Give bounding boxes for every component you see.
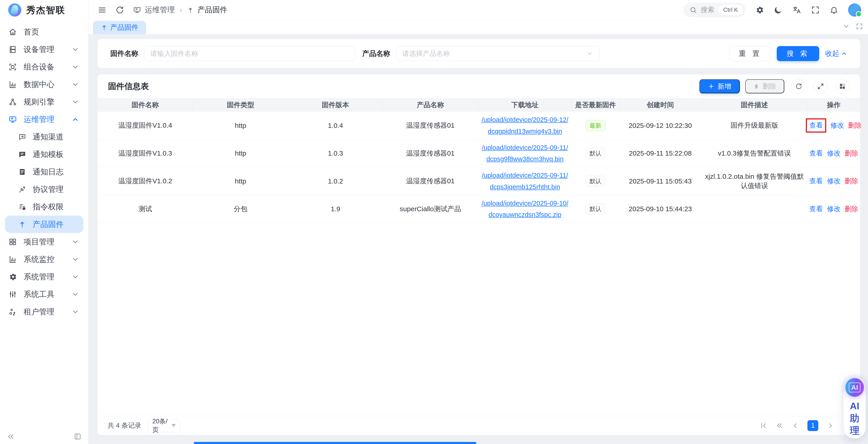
chevron-down-icon [71,81,79,88]
column-settings-button[interactable] [835,79,849,94]
view-link[interactable]: 查看 [809,204,823,214]
delete-button[interactable]: 删除 [745,79,784,93]
column-header: 固件版本 [288,98,383,112]
app-name: 秀杰智联 [26,4,65,17]
delete-link[interactable]: 删除 [845,149,858,158]
download-link[interactable]: /upload/iotdevice/2025-09-11/dcps3jqemb1… [481,170,569,193]
edit-link[interactable]: 修改 [827,149,841,158]
sidebar-item-ops-management[interactable]: 运维管理 [0,111,88,128]
edit-link[interactable]: 修改 [830,121,844,130]
tenant-nodes-icon [8,307,18,317]
upload-icon [18,220,27,229]
sidebar-item-project-management[interactable]: 项目管理 [0,233,88,250]
refresh-icon [795,83,802,90]
view-link[interactable]: 查看 [809,176,823,186]
sidebar-item-system-tools[interactable]: 系统工具 [0,286,88,303]
edit-link[interactable]: 修改 [827,204,841,214]
expand-table-button[interactable] [813,79,828,94]
refresh-table-button[interactable] [792,79,806,94]
row-actions: 查看 修改 删除 [809,204,858,214]
notifications-bell-icon[interactable] [830,5,838,14]
tab-fullscreen-icon[interactable] [856,23,863,30]
sidebar-item-protocol-management[interactable]: 协议管理 [0,181,88,198]
sidebar-item-notify-template[interactable]: 通知模板 [0,146,88,163]
chevron-down-icon [71,256,79,263]
latest-badge: 最新 [586,120,605,131]
cell-firmware-name: 温湿度固件V1.0.2 [98,167,193,195]
delete-link[interactable]: 删除 [845,176,858,186]
reset-button[interactable]: 重 置 [730,46,771,61]
product-name-select[interactable]: 请选择产品名称 [396,46,599,61]
document-icon [18,167,27,176]
view-link[interactable]: 查看 [809,149,823,158]
next-page-icon[interactable] [827,422,834,430]
tab-list-chevron-icon[interactable] [843,23,850,30]
cell-product-name: 温湿度传感器01 [383,112,478,140]
cell-firmware-version: 1.0.2 [288,167,383,195]
sidebar-item-command-permission[interactable]: 指令权限 [0,198,88,215]
delete-link[interactable]: 删除 [845,204,858,214]
hamburger-menu-icon[interactable] [98,5,107,14]
collapse-sidebar-icon[interactable] [7,433,14,440]
pagination-nav: 1 [760,420,850,431]
cell-firmware-version: 1.0.4 [288,112,383,140]
refresh-page-icon[interactable] [115,5,124,14]
download-link[interactable]: /upload/iotdevice/2025-09-10/dcoyauwnczd… [481,198,569,221]
sidebar-item-tenant-management[interactable]: 租户管理 [0,303,88,321]
search-button[interactable]: 搜 索 [777,46,819,61]
user-avatar[interactable] [848,3,861,17]
current-page[interactable]: 1 [807,420,818,431]
ai-assistant-icon: AI [845,378,864,397]
sidebar-item-home[interactable]: 首页 [0,23,88,41]
cell-firmware-desc: 固件升级最新版 [702,112,807,140]
fullscreen-icon[interactable] [811,5,820,14]
chevron-down-icon [71,98,79,106]
collapse-filter-link[interactable]: 收起 [825,49,847,58]
column-header: 创建时间 [619,98,702,112]
sidebar-item-system-monitor[interactable]: 系统监控 [0,250,88,268]
home-icon [8,27,18,37]
translate-icon[interactable] [792,5,801,14]
ai-assistant-label: 助 [850,412,859,424]
bar-chart-icon [8,80,18,89]
breadcrumb-root[interactable]: 运维管理 [145,5,175,15]
add-button[interactable]: 新增 [700,79,740,93]
delete-link[interactable]: 删除 [848,121,862,130]
view-link[interactable]: 查看 [809,121,823,129]
prev-5-pages-icon[interactable] [776,422,783,430]
settings-gear-icon[interactable] [755,5,764,14]
horizontal-scrollbar-thumb[interactable] [194,442,476,444]
dark-mode-moon-icon[interactable] [774,5,783,14]
sidebar-item-rule-engine[interactable]: 规则引擎 [0,93,88,111]
sidebar-item-composite-device[interactable]: 组合设备 [0,58,88,76]
column-header: 产品名称 [383,98,478,112]
first-page-icon[interactable] [760,422,768,430]
download-link[interactable]: /upload/iotdevice/2025-09-11/dcpsg9f8ww3… [481,142,569,165]
sidebar-item-notify-channel[interactable]: 通知渠道 [0,128,88,146]
firmware-name-input[interactable] [144,46,355,61]
tab-product-firmware[interactable]: 产品固件 [93,21,146,34]
trash-icon [753,83,759,89]
sidebar-layout-icon[interactable] [74,433,82,440]
default-badge: 默认 [586,148,605,159]
page-size-select[interactable]: 20条/页 [148,419,180,432]
app-logo[interactable]: 秀杰智联 [0,0,88,20]
sidebar-item-data-center[interactable]: 数据中心 [0,76,88,93]
gear-icon [8,272,18,282]
sidebar-item-product-firmware[interactable]: 产品固件 [5,215,83,233]
rule-nodes-icon [8,97,18,107]
ai-assistant-label: AI [850,400,859,412]
search-shortcut-badge: Ctrl K [718,4,743,16]
global-search[interactable]: 搜索 Ctrl K [683,3,745,17]
sidebar-item-notify-log[interactable]: 通知日志 [0,163,88,181]
caret-down-icon [171,424,176,427]
cell-firmware-name: 温湿度固件V1.0.4 [98,112,193,140]
grid-icon [8,237,18,247]
prev-page-icon[interactable] [792,422,799,430]
ai-assistant-widget[interactable]: AI AI 助 理 [843,376,866,439]
tab-label: 产品固件 [110,23,138,32]
download-link[interactable]: /upload/iotdevice/2025-09-12/dcqgpidnd13… [481,114,569,137]
edit-link[interactable]: 修改 [827,176,841,186]
sidebar-item-system-management[interactable]: 系统管理 [0,268,88,286]
sidebar-item-device-management[interactable]: 设备管理 [0,41,88,58]
